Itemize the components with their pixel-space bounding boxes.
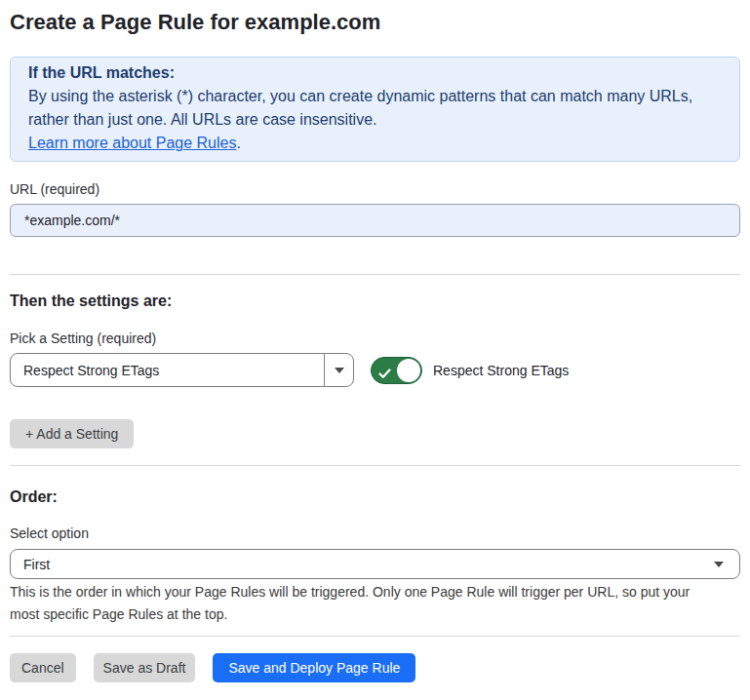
cancel-button[interactable]: Cancel: [10, 653, 76, 682]
footer-actions: Cancel Save as Draft Save and Deploy Pag…: [10, 653, 740, 682]
add-setting-button[interactable]: + Add a Setting: [10, 419, 134, 448]
toggle-knob: [397, 359, 420, 382]
select-option-label: Select option: [10, 525, 740, 541]
info-box-body: By using the asterisk (*) character, you…: [28, 85, 722, 132]
order-select[interactable]: First: [10, 549, 740, 579]
setting-select[interactable]: Respect Strong ETags: [10, 353, 354, 387]
info-box-link-line: Learn more about Page Rules.: [28, 132, 722, 155]
order-help-text: This is the order in which your Page Rul…: [10, 581, 704, 626]
divider-bottom: [10, 636, 740, 637]
save-draft-button[interactable]: Save as Draft: [94, 653, 196, 682]
url-input[interactable]: [10, 204, 740, 237]
learn-more-link[interactable]: Learn more about Page Rules: [28, 135, 236, 151]
chevron-down-icon: [714, 562, 724, 567]
url-label: URL (required): [10, 181, 740, 197]
etags-toggle[interactable]: [371, 357, 422, 384]
divider-top: [10, 274, 740, 275]
info-box-heading: If the URL matches:: [28, 61, 722, 85]
divider-middle: [10, 465, 740, 466]
toggle-label: Respect Strong ETags: [433, 363, 569, 378]
link-period: .: [236, 135, 240, 151]
page-title: Create a Page Rule for example.com: [10, 0, 740, 35]
order-heading: Order:: [10, 488, 740, 506]
pick-setting-label: Pick a Setting (required): [10, 331, 740, 346]
setting-select-arrow-button[interactable]: [324, 354, 353, 386]
chevron-down-icon: [335, 368, 344, 373]
save-deploy-button[interactable]: Save and Deploy Page Rule: [213, 653, 415, 682]
setting-select-value: Respect Strong ETags: [11, 354, 324, 386]
setting-row: Respect Strong ETags Respect Strong ETag…: [10, 353, 740, 387]
url-match-info-box: If the URL matches: By using the asteris…: [10, 57, 740, 162]
order-select-value: First: [23, 557, 50, 572]
settings-heading: Then the settings are:: [10, 292, 740, 310]
check-icon: [378, 366, 391, 383]
page-rule-form: Create a Page Rule for example.com If th…: [0, 0, 750, 682]
